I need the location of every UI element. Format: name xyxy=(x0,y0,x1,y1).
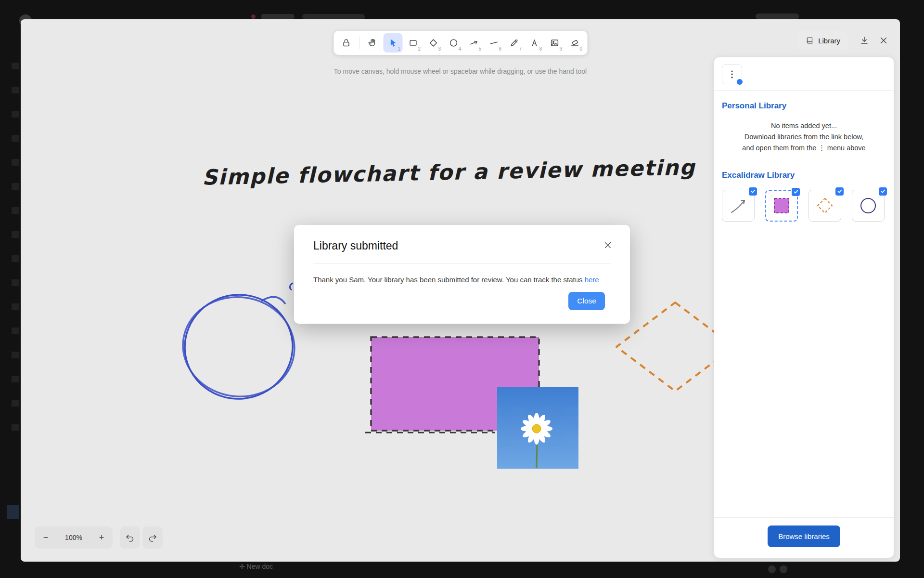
empty-library-text: No items added yet... Download libraries… xyxy=(722,120,886,154)
library-panel-body: Personal Library No items added yet... D… xyxy=(714,91,894,517)
dialog-body-text: Thank you Sam. Your library has been sub… xyxy=(313,274,611,285)
background-header-text xyxy=(302,14,365,19)
personal-library-heading: Personal Library xyxy=(722,101,886,111)
background-icon xyxy=(768,565,776,573)
top-right-controls: Library xyxy=(798,31,892,50)
selection-tool[interactable]: 1 xyxy=(383,33,402,53)
background-record-dot xyxy=(251,14,256,19)
background-selected-item xyxy=(7,505,19,519)
undo-icon xyxy=(125,532,135,543)
library-button[interactable]: Library xyxy=(798,31,848,50)
library-submitted-dialog: Library submitted Thank you Sam. Your li… xyxy=(294,225,630,324)
background-menu-text xyxy=(756,13,799,19)
close-whiteboard-button[interactable] xyxy=(875,32,892,49)
library-panel-footer: Browse libraries xyxy=(714,517,894,558)
undo-button[interactable] xyxy=(120,526,140,549)
redo-button[interactable] xyxy=(142,526,163,549)
lock-tool[interactable] xyxy=(336,33,356,53)
arrow-icon xyxy=(468,38,479,48)
zoom-controls: − 100% + xyxy=(35,526,113,549)
library-rectangle-icon xyxy=(771,195,792,216)
background-header-text xyxy=(261,14,295,19)
library-item-sketch-circle[interactable] xyxy=(852,190,885,222)
diamond-tool[interactable]: 3 xyxy=(424,33,443,53)
eraser-tool[interactable]: 0 xyxy=(565,33,584,53)
line-tool[interactable]: 6 xyxy=(484,33,503,53)
image-tool[interactable]: 9 xyxy=(545,33,564,53)
background-icon xyxy=(780,565,787,573)
daisy-image xyxy=(497,387,578,469)
close-icon xyxy=(878,35,889,46)
kebab-menu-icon: ⋮ xyxy=(728,69,736,79)
dialog-close-button[interactable]: Close xyxy=(568,292,605,310)
zoom-level[interactable]: 100% xyxy=(65,534,82,541)
eraser-icon xyxy=(569,38,580,48)
notification-dot xyxy=(736,78,744,86)
tool-toolbar: 1 2 3 4 5 xyxy=(334,31,587,55)
toolbar-divider xyxy=(359,37,359,49)
browse-libraries-button[interactable]: Browse libraries xyxy=(768,525,840,547)
hand-icon xyxy=(367,38,378,48)
hand-tool[interactable] xyxy=(363,33,382,53)
library-button-label: Library xyxy=(818,37,840,45)
image-icon xyxy=(549,38,560,48)
close-icon xyxy=(603,240,613,250)
text-icon xyxy=(529,38,539,48)
sketch-circle-shape xyxy=(177,289,300,404)
track-status-link[interactable]: here xyxy=(585,276,599,284)
library-item-arrow[interactable] xyxy=(722,190,755,222)
library-diamond-icon xyxy=(814,195,835,216)
new-doc-label: ✛ New doc xyxy=(239,563,273,570)
draw-tool[interactable]: 7 xyxy=(504,33,524,53)
text-tool[interactable]: 8 xyxy=(525,33,544,53)
library-item-purple-rectangle[interactable] xyxy=(765,190,798,222)
rectangle-tool[interactable]: 2 xyxy=(403,33,423,53)
pencil-icon xyxy=(509,38,519,48)
download-icon xyxy=(859,35,870,46)
dialog-title: Library submitted xyxy=(313,239,611,252)
diamond-icon xyxy=(428,38,438,48)
whiteboard-canvas[interactable]: Simple flowchart for a review meeting 1 xyxy=(21,19,900,562)
redo-icon xyxy=(147,532,158,543)
arrow-tool[interactable]: 5 xyxy=(464,33,483,53)
sketch-stroke xyxy=(290,283,293,290)
library-items-row xyxy=(722,190,886,222)
item-checkbox[interactable] xyxy=(835,187,844,196)
library-panel-header: ⋮ xyxy=(714,57,894,91)
background-sidebar xyxy=(12,63,19,438)
item-checkbox[interactable] xyxy=(749,187,757,196)
excalidraw-library-heading: Excalidraw Library xyxy=(722,171,886,180)
ellipse-icon xyxy=(448,38,459,48)
library-circle-icon xyxy=(858,195,879,216)
line-icon xyxy=(488,38,499,48)
dialog-actions: Close xyxy=(313,292,611,310)
item-checkbox[interactable] xyxy=(792,188,800,196)
zoom-out-button[interactable]: − xyxy=(38,528,54,547)
item-checkbox[interactable] xyxy=(879,187,887,196)
selection-cursor-icon xyxy=(387,38,398,48)
ellipse-tool[interactable]: 4 xyxy=(444,33,463,53)
rectangle-icon xyxy=(408,38,418,48)
dialog-close-icon-button[interactable] xyxy=(601,238,615,252)
zoom-in-button[interactable]: + xyxy=(93,528,110,547)
library-arrow-icon xyxy=(728,195,749,216)
lock-icon xyxy=(341,38,351,48)
dialog-divider xyxy=(313,263,611,263)
library-menu-button[interactable]: ⋮ xyxy=(722,64,742,84)
export-download-button[interactable] xyxy=(856,32,873,49)
library-item-dashed-diamond[interactable] xyxy=(808,190,841,222)
book-icon xyxy=(806,36,814,45)
library-panel: ⋮ Personal Library No items added yet...… xyxy=(714,57,894,558)
